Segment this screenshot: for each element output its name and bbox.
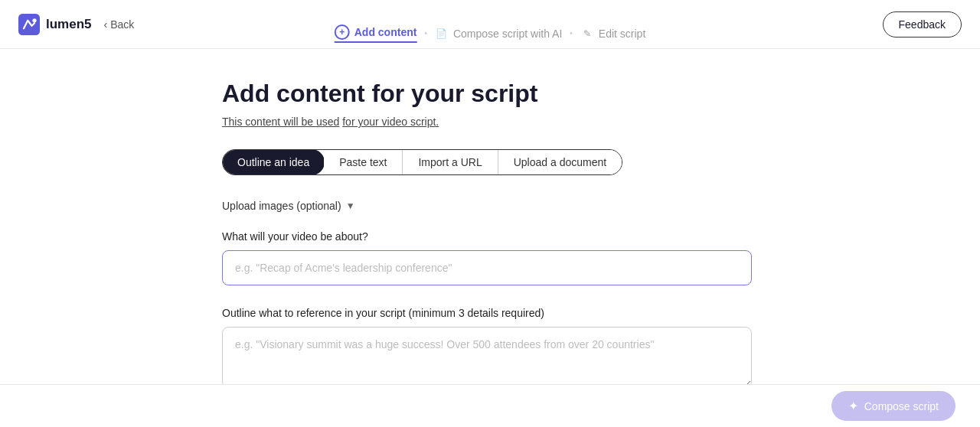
video-about-input[interactable] (222, 250, 752, 285)
back-chevron-icon: ‹ (104, 18, 108, 31)
step-compose-label: Compose script with AI (453, 28, 562, 40)
logo[interactable]: lumen5 (18, 14, 92, 35)
step-edit-icon: ✎ (580, 27, 594, 41)
step-compose-icon: 📄 (435, 27, 449, 41)
compose-script-label: Compose script (864, 400, 939, 412)
step-separator-2: • (570, 29, 573, 37)
subtitle-prefix: This content will be used (222, 116, 339, 128)
step-edit-script[interactable]: ✎ Edit script (580, 27, 645, 41)
content-area: Add content for your script This content… (222, 80, 758, 384)
logo-icon (18, 14, 40, 35)
step-add-content-icon: + (335, 24, 350, 40)
subtitle-link: for your video script. (342, 116, 439, 128)
outline-reference-input[interactable] (222, 327, 752, 384)
step-add-content[interactable]: + Add content (335, 24, 417, 43)
back-label: Back (110, 18, 134, 31)
back-button[interactable]: ‹ Back (104, 18, 135, 31)
upload-images-label: Upload images (optional) (222, 200, 341, 212)
compose-script-button[interactable]: ✦ Compose script (831, 391, 956, 421)
footer: ✦ Compose script (0, 384, 980, 427)
svg-rect-0 (18, 14, 40, 35)
svg-point-1 (32, 18, 36, 22)
header-left: lumen5 ‹ Back (18, 14, 134, 35)
page-subtitle: This content will be used for your video… (222, 116, 752, 128)
step-separator-1: • (424, 29, 427, 37)
tab-paste[interactable]: Paste text (324, 150, 403, 174)
step-add-content-label: Add content (354, 26, 417, 38)
field-video-about-label: What will your video be about? (222, 230, 752, 243)
header: lumen5 ‹ Back + Add content • 📄 Compose … (0, 0, 980, 49)
upload-images-chevron-icon: ▼ (346, 200, 355, 211)
feedback-button[interactable]: Feedback (883, 11, 962, 37)
tab-upload[interactable]: Upload a document (498, 150, 622, 174)
step-compose-script[interactable]: 📄 Compose script with AI (435, 27, 562, 41)
logo-text: lumen5 (46, 17, 92, 32)
tab-url[interactable]: Import a URL (403, 150, 498, 174)
main-content: Add content for your script This content… (0, 49, 980, 384)
step-edit-label: Edit script (599, 28, 645, 40)
field-video-about: What will your video be about? (222, 230, 752, 285)
tab-group: Outline an idea Paste text Import a URL … (222, 149, 622, 175)
steps-nav: + Add content • 📄 Compose script with AI… (335, 24, 646, 43)
field-outline-reference: Outline what to reference in your script… (222, 307, 752, 384)
sparkle-icon: ✦ (848, 399, 858, 413)
upload-images-toggle[interactable]: Upload images (optional) ▼ (222, 200, 752, 212)
page-title: Add content for your script (222, 80, 752, 108)
tab-outline[interactable]: Outline an idea (222, 149, 325, 175)
field-outline-reference-label: Outline what to reference in your script… (222, 307, 752, 319)
